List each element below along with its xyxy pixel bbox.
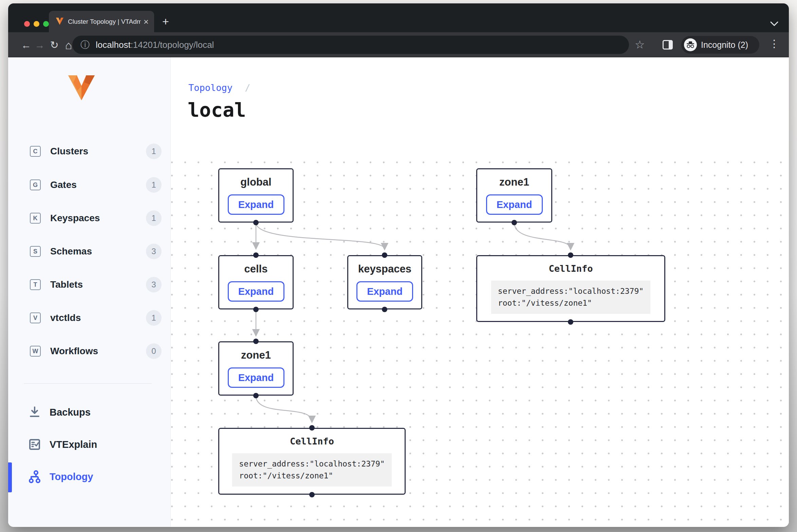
sidebar-item-workflows[interactable]: W Workflows 0: [8, 340, 170, 362]
sidebar-item-label: Workflows: [50, 346, 98, 357]
expand-button[interactable]: Expand: [356, 281, 413, 302]
zoom-window-button[interactable]: [43, 21, 49, 27]
sidebar-item-label: Clusters: [50, 146, 88, 157]
vtexplain-document-icon: [28, 438, 41, 451]
sidebar-item-schemas[interactable]: S Schemas 3: [8, 240, 170, 263]
sidebar-item-label: Backups: [50, 407, 91, 418]
clusters-letter-icon: C: [30, 146, 41, 157]
count-badge: 0: [146, 343, 162, 359]
node-global[interactable]: global Expand: [218, 168, 294, 223]
node-title: CellInfo: [549, 263, 593, 274]
url-path: :14201/topology/local: [131, 40, 214, 50]
vtadmin-app: C Clusters 1 G Gates 1 K Keyspaces 1 S S…: [8, 57, 789, 527]
count-badge: 1: [146, 210, 162, 226]
node-zone1[interactable]: zone1 Expand: [218, 341, 294, 396]
main-content: Topology / local global Expand zone1 Exp…: [171, 57, 789, 527]
node-title: global: [240, 176, 271, 188]
url-host: localhost: [96, 40, 131, 50]
window-controls: [24, 21, 49, 27]
count-badge: 3: [146, 277, 162, 292]
browser-toolbar: ← → ↻ ⌂ ⓘ localhost:14201/topology/local…: [8, 32, 789, 57]
incognito-label: Incognito (2): [701, 40, 748, 50]
tab-title: Cluster Topology | VTAdmin: [68, 18, 141, 25]
node-cellinfo-zone1-cell[interactable]: CellInfo server_address:"localhost:2379"…: [476, 255, 665, 322]
breadcrumb-topology-link[interactable]: Topology: [188, 82, 233, 93]
node-title: CellInfo: [290, 436, 334, 446]
node-title: zone1: [499, 176, 529, 188]
node-title: zone1: [241, 349, 271, 361]
sidebar-item-clusters[interactable]: C Clusters 1: [8, 140, 170, 163]
workflows-letter-icon: W: [30, 346, 41, 357]
browser-window: Cluster Topology | VTAdmin × + ← → ↻ ⌂ ⓘ…: [8, 3, 789, 527]
sidebar-item-vtctlds[interactable]: V vtctlds 1: [8, 307, 170, 329]
keyspaces-letter-icon: K: [30, 213, 41, 224]
incognito-icon: [684, 38, 697, 51]
bookmark-star-icon[interactable]: ☆: [635, 38, 645, 51]
tab-close-icon[interactable]: ×: [144, 17, 149, 26]
breadcrumb: Topology /: [188, 82, 251, 93]
gates-letter-icon: G: [30, 179, 41, 190]
active-item-indicator: [8, 462, 12, 492]
node-keyspaces[interactable]: keyspaces Expand: [347, 255, 422, 309]
back-icon[interactable]: ←: [19, 38, 33, 52]
minimize-window-button[interactable]: [34, 21, 39, 27]
site-info-icon[interactable]: ⓘ: [80, 40, 90, 50]
browser-menu-icon[interactable]: ⋮: [769, 38, 779, 50]
topology-network-icon: [28, 470, 41, 483]
sidebar-item-backups[interactable]: Backups: [8, 400, 170, 424]
tablets-letter-icon: T: [30, 279, 41, 290]
node-zone1-cell[interactable]: zone1 Expand: [476, 168, 552, 223]
topology-canvas[interactable]: global Expand zone1 Expand cells Expand …: [171, 159, 789, 527]
cellinfo-code: server_address:"localhost:2379" root:"/v…: [232, 453, 391, 487]
expand-button[interactable]: Expand: [228, 367, 284, 388]
browser-tab[interactable]: Cluster Topology | VTAdmin ×: [49, 11, 154, 32]
node-cellinfo-zone1[interactable]: CellInfo server_address:"localhost:2379"…: [218, 428, 406, 495]
sidebar-item-keyspaces[interactable]: K Keyspaces 1: [8, 207, 170, 229]
schemas-letter-icon: S: [30, 246, 41, 257]
backups-download-icon: [28, 405, 41, 419]
cellinfo-code: server_address:"localhost:2379" root:"/v…: [491, 281, 650, 314]
sidebar-divider: [24, 383, 152, 384]
expand-button[interactable]: Expand: [228, 194, 284, 215]
count-badge: 3: [146, 244, 162, 259]
close-window-button[interactable]: [24, 21, 30, 27]
expand-button[interactable]: Expand: [486, 194, 543, 215]
count-badge: 1: [146, 144, 162, 159]
sidebar-item-vtexplain[interactable]: VTExplain: [8, 433, 170, 456]
tab-search-chevron-icon[interactable]: [770, 21, 779, 28]
count-badge: 1: [146, 177, 162, 193]
node-title: cells: [244, 263, 268, 275]
expand-button[interactable]: Expand: [228, 281, 284, 302]
vtctlds-letter-icon: V: [30, 312, 41, 323]
edge-global-keyspaces: [256, 223, 385, 249]
url-text: localhost:14201/topology/local: [96, 40, 214, 50]
new-tab-button[interactable]: +: [160, 16, 172, 28]
edge-zone1-cellinfo: [256, 396, 312, 422]
sidebar-item-gates[interactable]: G Gates 1: [8, 174, 170, 196]
sidebar-item-label: Topology: [50, 471, 93, 482]
count-badge: 1: [146, 310, 162, 326]
sidebar-item-topology[interactable]: Topology: [8, 465, 170, 489]
forward-icon[interactable]: →: [33, 38, 47, 52]
side-panel-icon[interactable]: [663, 40, 673, 50]
sidebar-item-label: VTExplain: [50, 439, 97, 450]
sidebar-item-tablets[interactable]: T Tablets 3: [8, 273, 170, 296]
sidebar-item-label: vtctlds: [50, 312, 81, 323]
node-title: keyspaces: [358, 263, 411, 275]
sidebar-item-label: Keyspaces: [50, 213, 100, 224]
reload-icon[interactable]: ↻: [48, 38, 61, 52]
vitess-favicon: [56, 17, 64, 26]
incognito-badge[interactable]: Incognito (2): [681, 36, 759, 54]
sidebar-item-label: Gates: [50, 179, 77, 190]
address-bar[interactable]: ⓘ localhost:14201/topology/local: [72, 36, 629, 54]
tab-strip: Cluster Topology | VTAdmin × +: [8, 3, 789, 32]
sidebar: C Clusters 1 G Gates 1 K Keyspaces 1 S S…: [8, 57, 171, 527]
sidebar-item-label: Schemas: [50, 246, 92, 257]
edge-zone1cell-cellinfo: [514, 223, 571, 249]
node-cells[interactable]: cells Expand: [218, 255, 294, 309]
sidebar-item-label: Tablets: [50, 279, 83, 290]
vitess-logo: [67, 74, 96, 102]
desktop-background: Cluster Topology | VTAdmin × + ← → ↻ ⌂ ⓘ…: [0, 0, 797, 532]
page-title: local: [188, 99, 246, 121]
breadcrumb-separator: /: [245, 82, 250, 93]
